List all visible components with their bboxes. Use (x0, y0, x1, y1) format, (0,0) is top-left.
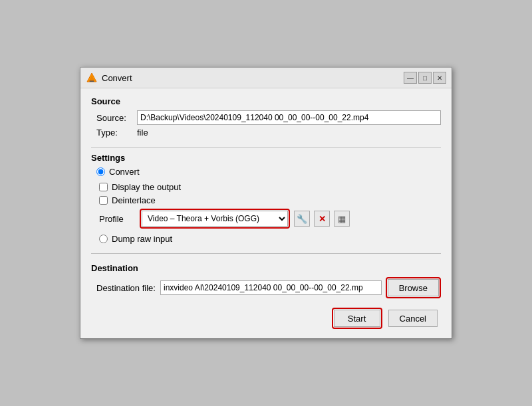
close-button[interactable]: ✕ (433, 72, 446, 84)
vlc-icon (86, 72, 98, 84)
profile-select[interactable]: Video – Theora + Vorbis (OGG) Video – H.… (142, 211, 288, 227)
dest-file-input[interactable] (160, 280, 382, 295)
browse-btn-wrapper: Browse (386, 277, 441, 298)
footer: Start Cancel (91, 308, 441, 329)
cancel-button[interactable]: Cancel (388, 310, 438, 327)
wrench-icon: 🔧 (297, 214, 307, 224)
dump-raw-label[interactable]: Dump raw input (112, 234, 172, 244)
source-label: Source: (96, 113, 133, 123)
dest-file-row: Destination file: Browse (96, 277, 441, 298)
convert-radio[interactable] (96, 167, 105, 176)
display-output-checkbox[interactable] (99, 183, 108, 191)
deinterlace-row: Deinterlace (96, 195, 441, 205)
destination-group-content: Destination file: Browse (91, 277, 441, 298)
maximize-button[interactable]: □ (418, 72, 432, 84)
dest-file-label: Destination file: (96, 283, 156, 293)
type-field-row: Type: file (96, 128, 441, 138)
destination-section: Destination Destination file: Browse (91, 263, 441, 298)
cancel-btn-wrapper: Cancel (386, 308, 440, 329)
browse-button[interactable]: Browse (388, 279, 439, 296)
profile-select-wrapper: Video – Theora + Vorbis (OGG) Video – H.… (140, 209, 290, 229)
source-input[interactable] (137, 110, 441, 125)
start-button[interactable]: Start (334, 310, 380, 327)
new-profile-icon: ▦ (338, 214, 346, 224)
type-label: Type: (96, 128, 133, 138)
title-bar: Convert — □ ✕ (80, 68, 452, 88)
source-group-content: Source: Type: file (91, 110, 441, 138)
divider-2 (91, 253, 441, 254)
destination-group-label: Destination (91, 263, 441, 273)
deinterlace-checkbox[interactable] (99, 196, 108, 205)
settings-group-label: Settings (91, 153, 441, 163)
start-btn-wrapper: Start (332, 308, 382, 329)
display-output-row: Display the output (96, 182, 441, 192)
window-body: Source Source: Type: file Settings (80, 88, 452, 338)
profile-settings-button[interactable]: 🔧 (294, 211, 310, 227)
window-title: Convert (102, 73, 400, 83)
deinterlace-label[interactable]: Deinterlace (112, 195, 156, 205)
dump-raw-radio[interactable] (99, 235, 108, 243)
convert-radio-label[interactable]: Convert (109, 167, 140, 177)
source-field-row: Source: (96, 110, 441, 125)
delete-icon: ✕ (319, 214, 326, 224)
type-value: file (137, 128, 148, 138)
convert-radio-row: Convert (96, 167, 441, 177)
source-group-label: Source (91, 96, 441, 106)
profile-delete-button[interactable]: ✕ (314, 211, 330, 227)
settings-group: Settings Convert Display the output Dein… (91, 153, 441, 244)
source-group: Source Source: Type: file (91, 96, 441, 138)
display-output-label[interactable]: Display the output (112, 182, 181, 192)
profile-row: Profile Video – Theora + Vorbis (OGG) Vi… (96, 209, 441, 229)
window-controls: — □ ✕ (404, 72, 446, 84)
divider-1 (91, 147, 441, 148)
settings-group-content: Convert Display the output Deinterlace P… (91, 167, 441, 244)
profile-label: Profile (99, 214, 136, 224)
convert-window: Convert — □ ✕ Source Source: Type: file (80, 67, 452, 339)
minimize-button[interactable]: — (404, 72, 417, 84)
profile-new-button[interactable]: ▦ (334, 211, 350, 227)
dump-raw-row: Dump raw input (96, 234, 441, 244)
